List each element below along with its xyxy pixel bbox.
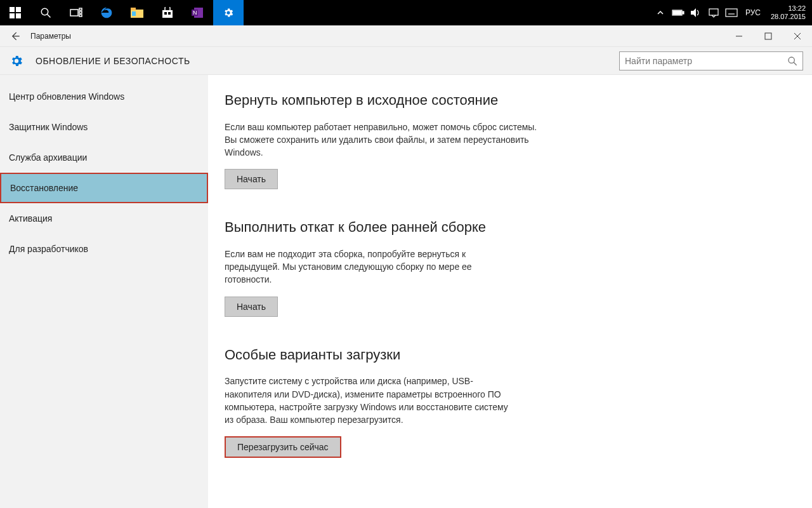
maximize-button[interactable] — [754, 25, 783, 47]
sidebar-item-developers[interactable]: Для разработчиков — [0, 234, 208, 264]
sidebar-item-backup[interactable]: Служба архивации — [0, 142, 208, 173]
svg-rect-12 — [132, 11, 136, 16]
svg-rect-2 — [10, 13, 15, 18]
svg-rect-24 — [726, 9, 737, 17]
svg-point-4 — [41, 8, 48, 15]
svg-rect-23 — [709, 9, 718, 15]
svg-rect-3 — [16, 13, 21, 18]
sidebar-item-windows-update[interactable]: Центр обновления Windows — [0, 81, 208, 112]
notifications-icon[interactable] — [706, 0, 721, 25]
svg-rect-14 — [164, 12, 167, 15]
battery-icon[interactable] — [671, 0, 686, 25]
svg-line-5 — [47, 14, 50, 17]
onenote-icon[interactable]: N — [183, 0, 213, 25]
settings-taskbar-icon[interactable] — [213, 0, 244, 25]
reset-start-button[interactable]: Начать — [225, 169, 278, 189]
svg-rect-9 — [79, 15, 82, 17]
sidebar-item-label: Защитник Windows — [9, 122, 88, 132]
section-reset: Вернуть компьютер в исходное состояние Е… — [225, 91, 576, 189]
volume-icon[interactable] — [688, 0, 704, 25]
back-button[interactable] — [0, 25, 30, 47]
taskbar: N РУС 13:22 28.07.2015 — [0, 0, 812, 25]
section-text: Если вам не подходит эта сборка, попробу… — [225, 248, 491, 286]
settings-window: Параметры ОБНОВЛЕНИЕ И БЕЗОПАСНОСТЬ Цент… — [0, 25, 812, 508]
sidebar-item-label: Служба архивации — [9, 152, 87, 163]
search-taskbar-icon[interactable] — [30, 0, 61, 25]
clock-time: 13:22 — [771, 4, 806, 13]
sidebar-item-defender[interactable]: Защитник Windows — [0, 112, 208, 142]
section-title: Выполнить откат к более ранней сборке — [225, 218, 576, 236]
section-advanced-startup: Особые варианты загрузки Запустите систе… — [225, 346, 576, 458]
sidebar-item-label: Для разработчиков — [9, 244, 88, 254]
svg-rect-20 — [683, 11, 684, 14]
titlebar: Параметры — [0, 25, 812, 47]
store-icon[interactable] — [152, 0, 183, 25]
tray-chevron-icon[interactable] — [653, 0, 668, 25]
start-button[interactable] — [0, 0, 30, 25]
task-view-icon[interactable] — [61, 0, 91, 25]
explorer-icon[interactable] — [122, 0, 152, 25]
section-text: Если ваш компьютер работает неправильно,… — [225, 121, 548, 159]
close-button[interactable] — [783, 25, 812, 47]
svg-rect-1 — [16, 7, 21, 12]
language-indicator[interactable]: РУС — [742, 8, 764, 17]
svg-point-36 — [789, 57, 794, 63]
keyboard-icon[interactable] — [724, 0, 739, 25]
svg-rect-6 — [70, 10, 78, 16]
sidebar: Центр обновления Windows Защитник Window… — [0, 75, 208, 508]
sidebar-item-recovery[interactable]: Восстановление — [0, 173, 208, 203]
content-area: Вернуть компьютер в исходное состояние Е… — [208, 75, 576, 508]
svg-rect-8 — [79, 11, 82, 13]
svg-rect-7 — [79, 8, 82, 10]
section-rollback: Выполнить откат к более ранней сборке Ес… — [225, 218, 576, 316]
section-title: Вернуть компьютер в исходное состояние — [225, 91, 576, 109]
svg-rect-33 — [765, 33, 771, 39]
category-title: ОБНОВЛЕНИЕ И БЕЗОПАСНОСТЬ — [36, 56, 190, 66]
sidebar-item-label: Восстановление — [10, 183, 78, 193]
clock[interactable]: 13:22 28.07.2015 — [767, 4, 809, 21]
minimize-button[interactable] — [724, 25, 754, 47]
rollback-start-button[interactable]: Начать — [225, 297, 278, 317]
svg-rect-13 — [162, 10, 173, 18]
section-text: Запустите систему с устройства или диска… — [225, 375, 516, 426]
clock-date: 28.07.2015 — [771, 13, 806, 21]
window-title: Параметры — [30, 32, 71, 41]
search-input[interactable] — [625, 56, 787, 66]
svg-rect-11 — [131, 8, 136, 10]
sidebar-item-label: Центр обновления Windows — [9, 91, 124, 102]
edge-icon[interactable] — [91, 0, 122, 25]
svg-rect-15 — [168, 12, 171, 15]
restart-now-button[interactable]: Перезагрузить сейчас — [225, 436, 341, 458]
sidebar-item-activation[interactable]: Активация — [0, 203, 208, 234]
section-title: Особые варианты загрузки — [225, 346, 576, 364]
sidebar-item-label: Активация — [9, 213, 52, 224]
svg-rect-21 — [673, 11, 681, 15]
svg-rect-0 — [10, 7, 15, 12]
svg-marker-22 — [691, 8, 696, 17]
gear-icon — [9, 53, 24, 69]
svg-line-37 — [794, 62, 797, 65]
search-icon — [787, 56, 797, 66]
category-header: ОБНОВЛЕНИЕ И БЕЗОПАСНОСТЬ — [0, 47, 812, 75]
search-box[interactable] — [619, 51, 803, 70]
svg-text:N: N — [193, 10, 197, 16]
